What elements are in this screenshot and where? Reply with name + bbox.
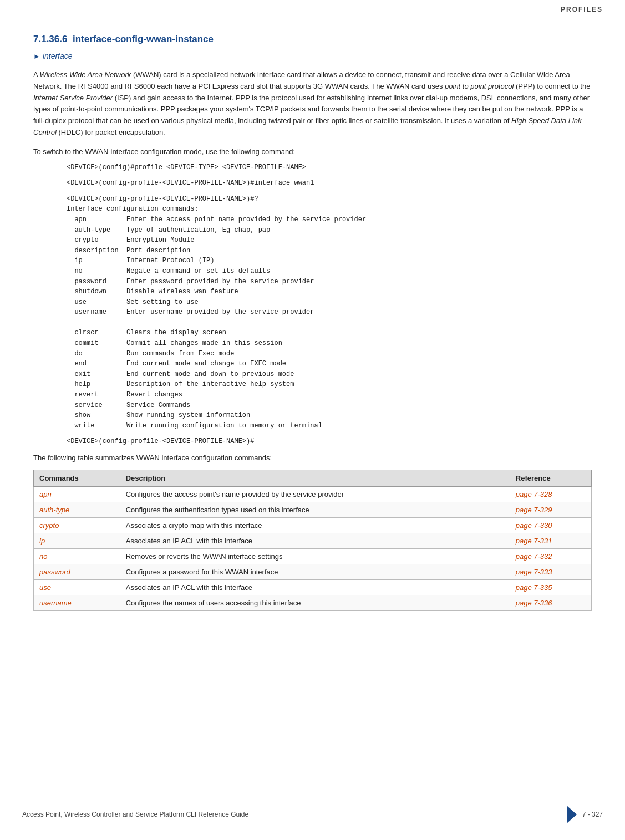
footer-page-number: 7 - 327 <box>567 806 603 823</box>
desc-cell: Associates an IP ACL with this interface <box>120 533 510 548</box>
code-block-4: <DEVICE>(config-profile-<DEVICE-PROFILE-… <box>67 436 592 447</box>
command-intro-text: To switch to the WWAN Interface configur… <box>33 146 592 158</box>
desc-cell: Associates a crypto map with this interf… <box>120 517 510 533</box>
ref-link: page 7-336 <box>516 599 552 607</box>
desc-cell: Configures a password for this WWAN inte… <box>120 564 510 579</box>
cmd-name: use <box>39 583 51 592</box>
page-footer: Access Point, Wireless Controller and Se… <box>0 800 625 829</box>
col-header-commands: Commands <box>34 470 120 486</box>
code-block-3: <DEVICE>(config-profile-<DEVICE-PROFILE-… <box>67 194 592 431</box>
table-header-row: Commands Description Reference <box>34 470 592 486</box>
table-row: noRemoves or reverts the WWAN interface … <box>34 548 592 564</box>
cmd-cell: auth-type <box>34 502 120 517</box>
footer-slash-icon <box>567 806 577 823</box>
ref-link: page 7-335 <box>516 583 552 592</box>
breadcrumb-arrow-icon: ► <box>33 52 40 60</box>
ref-link: page 7-333 <box>516 568 552 576</box>
page-header: PROFILES <box>0 0 625 17</box>
commands-table: Commands Description Reference apnConfig… <box>33 470 592 611</box>
cmd-name: ip <box>39 537 45 545</box>
ref-link: page 7-329 <box>516 506 552 514</box>
desc-cell: Associates an IP ACL with this interface <box>120 579 510 595</box>
cmd-cell: use <box>34 579 120 595</box>
breadcrumb: ► interface <box>33 52 592 60</box>
desc-cell: Configures the authentication types used… <box>120 502 510 517</box>
cmd-cell: username <box>34 595 120 610</box>
code-block-2: <DEVICE>(config-profile-<DEVICE-PROFILE-… <box>67 178 592 189</box>
section-title: 7.1.36.6 interface-config-wwan-instance <box>33 34 592 45</box>
col-header-reference: Reference <box>510 470 591 486</box>
ref-cell: page 7-336 <box>510 595 591 610</box>
ref-link: page 7-332 <box>516 552 552 561</box>
table-row: useAssociates an IP ACL with this interf… <box>34 579 592 595</box>
cmd-name: auth-type <box>39 506 69 514</box>
cmd-name: no <box>39 552 47 561</box>
ref-cell: page 7-329 <box>510 502 591 517</box>
cmd-cell: ip <box>34 533 120 548</box>
ref-link: page 7-328 <box>516 490 552 498</box>
table-row: auth-typeConfigures the authentication t… <box>34 502 592 517</box>
table-row: cryptoAssociates a crypto map with this … <box>34 517 592 533</box>
cmd-cell: apn <box>34 486 120 502</box>
footer-page-num-text: 7 - 327 <box>582 811 603 818</box>
table-row: ipAssociates an IP ACL with this interfa… <box>34 533 592 548</box>
page-content: 7.1.36.6 interface-config-wwan-instance … <box>0 17 625 644</box>
cmd-name: apn <box>39 490 52 498</box>
footer-left-text: Access Point, Wireless Controller and Se… <box>22 811 248 818</box>
header-title: PROFILES <box>561 6 603 13</box>
desc-cell: Configures the names of users accessing … <box>120 595 510 610</box>
section-heading: interface-config-wwan-instance <box>73 34 214 44</box>
ref-link: page 7-330 <box>516 521 552 530</box>
ref-cell: page 7-331 <box>510 533 591 548</box>
ref-cell: page 7-335 <box>510 579 591 595</box>
cmd-name: crypto <box>39 521 59 530</box>
breadcrumb-label: interface <box>43 52 73 60</box>
intro-paragraph: A Wireless Wide Area Network (WWAN) card… <box>33 69 592 139</box>
section-number: 7.1.36.6 <box>33 34 67 44</box>
desc-cell: Removes or reverts the WWAN interface se… <box>120 548 510 564</box>
col-header-description: Description <box>120 470 510 486</box>
table-intro-text: The following table summarizes WWAN inte… <box>33 452 592 464</box>
cmd-cell: no <box>34 548 120 564</box>
ref-cell: page 7-330 <box>510 517 591 533</box>
table-row: passwordConfigures a password for this W… <box>34 564 592 579</box>
table-row: apnConfigures the access point's name pr… <box>34 486 592 502</box>
ref-cell: page 7-332 <box>510 548 591 564</box>
cmd-name: username <box>39 599 72 607</box>
ref-cell: page 7-333 <box>510 564 591 579</box>
cmd-name: password <box>39 568 70 576</box>
code-block-1: <DEVICE>(config)#profile <DEVICE-TYPE> <… <box>67 162 592 173</box>
table-row: usernameConfigures the names of users ac… <box>34 595 592 610</box>
ref-link: page 7-331 <box>516 537 552 545</box>
desc-cell: Configures the access point's name provi… <box>120 486 510 502</box>
cmd-cell: crypto <box>34 517 120 533</box>
ref-cell: page 7-328 <box>510 486 591 502</box>
cmd-cell: password <box>34 564 120 579</box>
